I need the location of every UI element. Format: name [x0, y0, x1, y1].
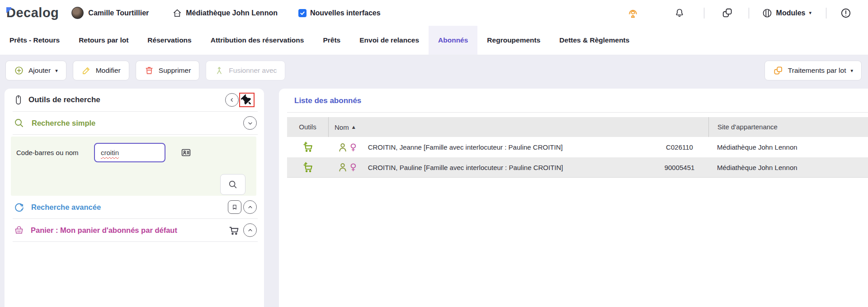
- tab-regroupements[interactable]: Regroupements: [477, 26, 550, 55]
- subscriber-name: CROITIN, Pauline [Famille avec interlocu…: [368, 164, 563, 171]
- add-button[interactable]: Ajouter ▾: [5, 61, 66, 80]
- header-actions: Modules ▾: [627, 7, 861, 19]
- batch-processing-label: Traitements par lot: [788, 66, 846, 75]
- mouse-icon: [14, 94, 23, 105]
- female-icon: ♀: [350, 142, 357, 151]
- section-divider: [13, 241, 258, 242]
- batch-links-icon: [773, 66, 783, 76]
- person-icon: [337, 142, 349, 153]
- subscriber-table: Outils Nom ▲ Site d'appartenance: [287, 117, 868, 178]
- decalog-logo: Decalog: [6, 5, 59, 20]
- pin-highlight-box[interactable]: [239, 93, 255, 107]
- modules-label: Modules: [776, 9, 806, 17]
- header-separator: [826, 8, 826, 19]
- add-to-cart-icon[interactable]: [302, 161, 314, 174]
- edit-button-label: Modifier: [96, 66, 121, 75]
- subscriber-barcode: C026110: [651, 143, 708, 151]
- trash-icon: [144, 66, 154, 76]
- info-icon[interactable]: [840, 7, 852, 19]
- pin-icon: [240, 93, 254, 107]
- batch-links-icon[interactable]: [722, 7, 733, 19]
- cart-icon[interactable]: [228, 224, 240, 236]
- merge-icon: [214, 66, 224, 76]
- subscriber-name: CROITIN, Jeanne [Famille avec interlocut…: [368, 143, 563, 151]
- subscriber-list-panel: Liste des abonnés Outils Nom ▲ Site d'ap…: [279, 89, 868, 307]
- tab-prets[interactable]: Prêts: [313, 26, 350, 55]
- pencil-icon: [81, 66, 91, 76]
- section-divider: [13, 134, 258, 135]
- barcode-label: Code-barres ou nom: [16, 149, 94, 156]
- female-icon: ♀: [350, 162, 357, 171]
- column-header-site[interactable]: Site d'appartenance: [708, 117, 868, 137]
- tab-retours-par-lot[interactable]: Retours par lot: [69, 26, 138, 55]
- new-interfaces-checkbox[interactable]: [298, 9, 307, 17]
- tab-envoi-relances[interactable]: Envoi de relances: [350, 26, 429, 55]
- add-button-label: Ajouter: [28, 66, 51, 75]
- tab-reservations[interactable]: Réservations: [138, 26, 201, 55]
- barcode-value: croitin: [101, 149, 119, 156]
- subscriber-barcode: 90005451: [651, 164, 708, 171]
- search-tools-panel: Outils de recherche Recherche simple: [5, 89, 264, 307]
- tab-prets-retours[interactable]: Prêts - Retours: [0, 26, 69, 55]
- site-name: Médiathèque John Lennon: [186, 9, 278, 17]
- table-header: Outils Nom ▲ Site d'appartenance: [287, 117, 868, 137]
- simple-search-form: Code-barres ou nom croitin: [11, 137, 256, 196]
- plus-circle-icon: [14, 66, 24, 76]
- basket-section[interactable]: Panier : Mon panier d'abonnés par défaut: [5, 219, 264, 241]
- simple-search-title: Recherche simple: [32, 119, 241, 128]
- header-separator: [749, 8, 749, 19]
- column-header-name[interactable]: Nom ▲: [329, 123, 708, 131]
- delete-button[interactable]: Supprimer: [136, 61, 200, 80]
- edit-button[interactable]: Modifier: [73, 61, 129, 80]
- subscriber-list-title: Liste des abonnés: [294, 96, 868, 105]
- current-site: Médiathèque John Lennon: [172, 8, 278, 18]
- modules-menu[interactable]: Modules ▾: [762, 8, 811, 19]
- chevron-down-icon[interactable]: [243, 116, 257, 130]
- search-submit-button[interactable]: [220, 174, 245, 195]
- table-row[interactable]: ♀ CROITIN, Pauline [Famille avec interlo…: [287, 157, 868, 178]
- new-interfaces-label: Nouvelles interfaces: [310, 9, 381, 17]
- subscriber-site: Médiathèque John Lennon: [708, 164, 868, 171]
- simple-search-section[interactable]: Recherche simple: [5, 112, 264, 134]
- search-tools-header: Outils de recherche: [5, 89, 264, 111]
- table-row[interactable]: ♀ CROITIN, Jeanne [Famille avec interloc…: [287, 137, 868, 157]
- person-icon: [337, 161, 349, 173]
- subscriber-type-icons: ♀: [337, 161, 357, 173]
- header-separator: [704, 8, 704, 19]
- advanced-search-section[interactable]: Recherche avancée: [5, 196, 264, 218]
- delete-button-label: Supprimer: [159, 66, 191, 75]
- add-to-cart-icon[interactable]: [302, 141, 314, 153]
- user-avatar[interactable]: [71, 7, 84, 19]
- merge-button[interactable]: Fusionner avec: [206, 61, 285, 80]
- chevron-up-icon[interactable]: [243, 200, 257, 214]
- id-card-icon[interactable]: [180, 147, 192, 158]
- chevron-up-icon[interactable]: [243, 223, 257, 237]
- chevron-down-icon: ▾: [850, 68, 853, 73]
- merge-button-label: Fusionner avec: [229, 66, 277, 75]
- home-icon: [172, 8, 182, 18]
- search-icon: [14, 118, 24, 128]
- module-nav: Prêts - Retours Retours par lot Réservat…: [0, 26, 868, 55]
- notifications-bell-icon[interactable]: [674, 8, 685, 19]
- basket-title: Panier : Mon panier d'abonnés par défaut: [31, 226, 226, 235]
- subscriber-site: Médiathèque John Lennon: [708, 143, 868, 151]
- sort-asc-icon: ▲: [352, 125, 355, 129]
- search-tools-title: Outils de recherche: [28, 95, 225, 104]
- new-interfaces-toggle: Nouvelles interfaces: [298, 9, 381, 17]
- content-area: Outils de recherche Recherche simple: [0, 86, 868, 307]
- actions-toolbar: Ajouter ▾ Modifier Supprimer Fusionner a…: [0, 55, 868, 86]
- tab-attribution-reservations[interactable]: Attribution des réservations: [201, 26, 314, 55]
- barcode-input[interactable]: croitin: [94, 143, 165, 162]
- broadcast-icon[interactable]: [627, 7, 639, 19]
- advanced-search-icon: [14, 202, 25, 213]
- list-divider: [287, 112, 868, 113]
- tab-abonnes[interactable]: Abonnés: [429, 26, 477, 55]
- user-name: Camille Tourtillier: [88, 9, 149, 17]
- basket-icon: [14, 225, 24, 236]
- collapse-panel-button[interactable]: [225, 93, 239, 107]
- column-header-tools[interactable]: Outils: [287, 117, 329, 137]
- tab-dettes-reglements[interactable]: Dettes & Règlements: [550, 26, 639, 55]
- batch-processing-button[interactable]: Traitements par lot ▾: [764, 61, 862, 80]
- saved-search-bookmark-icon[interactable]: [228, 200, 241, 214]
- chevron-down-icon: ▾: [55, 68, 58, 73]
